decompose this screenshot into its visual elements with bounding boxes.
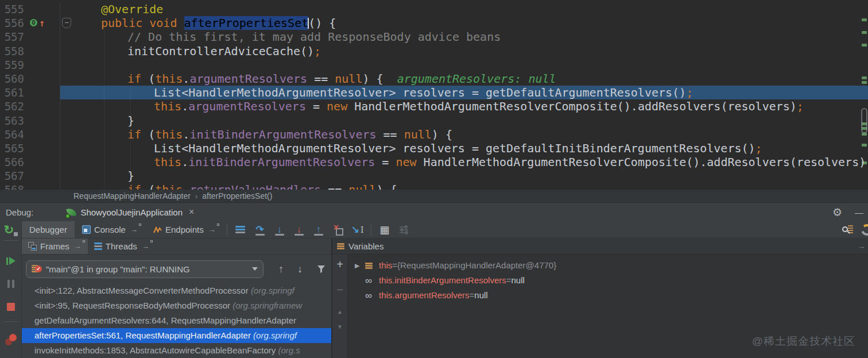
hide-toolwindow-icon[interactable]: — [855, 208, 863, 217]
line-number[interactable]: 568 [0, 183, 24, 190]
code-line-555[interactable]: 555@Override [0, 2, 868, 16]
code-line-562[interactable]: 562this.argumentResolvers = new HandlerM… [0, 99, 868, 113]
line-number[interactable]: 564 [0, 128, 24, 141]
code-line-557[interactable]: 557// Do this first, it may add Response… [0, 30, 868, 44]
evaluate-expression-button[interactable]: ▦ [375, 221, 394, 238]
line-number[interactable]: 555 [0, 2, 24, 16]
code-line-565[interactable]: 565List<HandlerMethodArgumentResolver> r… [0, 141, 868, 155]
line-number[interactable]: 567 [0, 169, 24, 183]
tab-endpoints[interactable]: Endpoints → [145, 221, 223, 238]
filter-icon[interactable] [316, 264, 326, 274]
gutter [24, 72, 60, 86]
code-line-559[interactable]: 559 [0, 58, 868, 72]
override-marker-icon[interactable]: O [30, 19, 37, 26]
variable-row[interactable]: ∞this.initBinderArgumentResolvers = null [348, 273, 868, 288]
step-into-button[interactable]: ↓ [270, 221, 289, 238]
pause-button[interactable] [7, 276, 14, 291]
step-out-button[interactable]: ↑ [309, 221, 328, 238]
variables-panel: Variables → + − ▲ ▼ @稀土掘金技术社区 ▶this = {R… [332, 238, 868, 358]
remove-watch-icon[interactable]: − [336, 284, 343, 295]
close-icon[interactable]: × [189, 207, 194, 217]
move-down-icon[interactable]: ▼ [337, 324, 343, 330]
line-number[interactable]: 561 [0, 86, 24, 99]
code-line-561[interactable]: 561List<HandlerMethodArgumentResolver> r… [0, 86, 868, 99]
pin-arrow-icon[interactable]: → [858, 242, 865, 251]
line-number[interactable]: 557 [0, 30, 24, 44]
line-number[interactable]: 560 [0, 72, 24, 86]
step-over-button[interactable]: ↷ [250, 221, 270, 238]
line-number[interactable]: 562 [0, 99, 24, 113]
expander-icon[interactable]: ▶ [355, 258, 365, 273]
stack-frame-row[interactable]: <init>:122, AbstractMessageConverterMeth… [22, 283, 331, 298]
code-line-556[interactable]: 556O↑−public void afterPropertiesSet() { [0, 16, 868, 30]
fold-column [60, 141, 76, 155]
stack-frame-row[interactable]: invokeInitMethods:1853, AbstractAutowire… [22, 343, 331, 358]
run-to-cursor-button[interactable]: ↘I [348, 221, 367, 238]
fold-column [60, 44, 76, 58]
frame-down-icon[interactable]: ↓ [297, 264, 303, 274]
profiler-gauge-icon[interactable] [861, 224, 868, 236]
view-breakpoints-button[interactable] [5, 333, 17, 346]
analyze-stacktrace-icon[interactable] [842, 225, 853, 235]
line-number[interactable]: 556 [0, 16, 24, 30]
frames-list[interactable]: <init>:122, AbstractMessageConverterMeth… [22, 283, 331, 358]
tab-frames[interactable]: Frames → [22, 238, 88, 254]
resume-button[interactable] [6, 253, 16, 268]
trace-streams-button[interactable] [394, 221, 414, 238]
variable-row[interactable]: ∞this.argumentResolvers = null [348, 288, 868, 303]
line-number[interactable]: 563 [0, 114, 24, 128]
drop-frame-button[interactable]: × [328, 221, 348, 238]
code-token: ) { [362, 72, 397, 86]
line-number[interactable]: 565 [0, 141, 24, 155]
variable-value: null [474, 288, 487, 303]
line-number[interactable]: 558 [0, 44, 24, 58]
thread-selector-dropdown[interactable]: ✓ "main"@1 in group "main": RUNNING [26, 260, 264, 278]
run-configuration-tab[interactable]: ShowyoolJuejinApplication × [61, 203, 200, 221]
stack-frame-row[interactable]: afterPropertiesSet:561, RequestMappingHa… [22, 328, 331, 343]
code-token: HandlerMethodArgumentResolverComposite()… [417, 155, 866, 169]
trace-streams-icon [400, 226, 408, 233]
code-area[interactable]: 555@Override556O↑−public void afterPrope… [0, 0, 868, 190]
rerun-button[interactable]: ↻ [4, 223, 18, 237]
frame-up-icon[interactable]: ↑ [278, 264, 284, 274]
show-execution-point-button[interactable] [231, 221, 250, 238]
code-line-567[interactable]: 567} [0, 169, 868, 183]
tab-console[interactable]: Console → [75, 221, 145, 238]
variable-name: this [379, 258, 392, 273]
code-token: ( [141, 72, 155, 86]
stack-frame-row[interactable]: <init>:95, RequestResponseBodyMethodProc… [22, 298, 331, 313]
code-token: if [127, 183, 141, 190]
add-watch-icon[interactable]: + [336, 259, 343, 270]
breadcrumb-separator-icon: › [195, 192, 197, 201]
code-line-568[interactable]: 568if (this.returnValueHandlers == null)… [0, 183, 868, 190]
code-token: List<HandlerMethodArgumentResolver> reso… [154, 86, 686, 99]
code-line-558[interactable]: 558initControllerAdviceCache(); [0, 44, 868, 58]
stack-frame-row[interactable]: getDefaultArgumentResolvers:644, Request… [22, 313, 331, 328]
code-token: null [335, 72, 362, 86]
settings-gear-icon[interactable]: ⚙ [832, 207, 842, 218]
code-token: = [306, 99, 327, 113]
vcs-mark [862, 18, 867, 21]
code-editor[interactable]: 555@Override556O↑−public void afterPrope… [0, 0, 868, 190]
tab-threads[interactable]: Threads → [88, 238, 156, 254]
line-number[interactable]: 566 [0, 155, 24, 169]
variable-value: {RequestMappingHandlerAdapter@4770} [397, 258, 556, 273]
code-line-564[interactable]: 564if (this.initBinderArgumentResolvers … [0, 128, 868, 141]
stop-button[interactable] [7, 303, 15, 311]
force-step-into-button[interactable]: ↓ [289, 221, 309, 238]
fold-marker-icon[interactable]: − [62, 18, 71, 28]
code-token: . [183, 128, 189, 141]
scrollbar-thumb[interactable] [861, 108, 867, 133]
code-token: ; [314, 44, 321, 58]
variable-row[interactable]: ▶this = {RequestMappingHandlerAdapter@47… [348, 258, 868, 273]
code-line-563[interactable]: 563} [0, 114, 868, 128]
breadcrumb-class[interactable]: RequestMappingHandlerAdapter [73, 191, 191, 201]
gutter [24, 30, 60, 44]
variables-tree[interactable]: @稀土掘金技术社区 ▶this = {RequestMappingHandler… [348, 255, 868, 358]
breadcrumb-method[interactable]: afterPropertiesSet() [202, 191, 272, 201]
line-number[interactable]: 559 [0, 58, 24, 72]
code-line-566[interactable]: 566this.initBinderArgumentResolvers = ne… [0, 155, 868, 169]
code-line-560[interactable]: 560if (this.argumentResolvers == null) {… [0, 72, 868, 86]
move-up-icon[interactable]: ▲ [337, 309, 343, 315]
tab-debugger[interactable]: Debugger [22, 221, 75, 238]
